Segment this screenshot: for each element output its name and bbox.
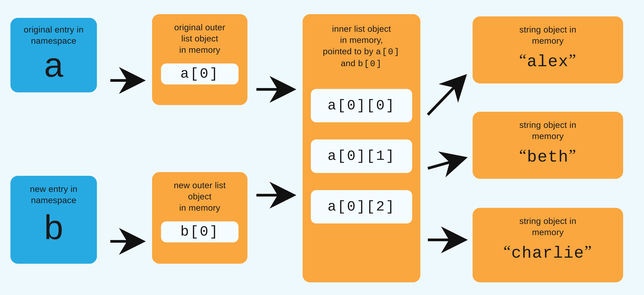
string-beth-box: string object in memory “beth” [472, 112, 623, 179]
outer-list-a-caption-3: in memory [152, 44, 248, 55]
inner-slot-1: a[0][1] [311, 139, 412, 173]
string-charlie-caption-1: string object in [472, 215, 623, 227]
string-alex-text: alex [527, 52, 569, 71]
inner-caption-3-pre: pointed to by [323, 46, 376, 56]
string-charlie-caption-2: memory [472, 227, 623, 238]
namespace-b-var: b [10, 210, 97, 245]
namespace-a-caption: original entry in namespace [10, 24, 97, 46]
string-alex-value: “alex” [472, 51, 623, 71]
string-charlie-text: charlie [511, 244, 584, 263]
string-beth-caption-1: string object in [472, 119, 623, 130]
inner-list-box: inner list object in memory, pointed to … [302, 14, 420, 282]
namespace-a-var: a [10, 48, 97, 82]
string-beth-text: beth [527, 148, 569, 166]
namespace-b-box: new entry in namespace b [10, 176, 97, 264]
open-quote-icon: “ [519, 51, 527, 69]
inner-caption-4: and b[0] [302, 57, 420, 69]
outer-list-b-caption-1: new outer list [152, 180, 248, 191]
close-quote-icon: ” [584, 242, 592, 260]
namespace-b-caption: new entry in namespace [10, 183, 97, 206]
outer-list-b-slot: b[0] [161, 221, 238, 242]
arrow-inner1-to-beth [428, 158, 465, 168]
inner-caption-3-code: a[0] [376, 47, 400, 57]
inner-slot-0: a[0][0] [311, 89, 412, 122]
inner-caption-1: inner list object [302, 23, 420, 34]
outer-list-a-box: original outer list object in memory a[0… [152, 14, 248, 105]
close-quote-icon: ” [569, 51, 576, 69]
outer-list-b-box: new outer list object in memory b[0] [152, 172, 248, 264]
namespace-a-box: original entry in namespace a [10, 18, 97, 92]
close-quote-icon: ” [569, 146, 576, 164]
inner-caption-3: pointed to by a[0] [302, 46, 420, 57]
string-charlie-value: “charlie” [472, 242, 623, 262]
open-quote-icon: “ [504, 242, 511, 260]
outer-list-b-caption-3: in memory [152, 202, 248, 213]
outer-list-a-slot: a[0] [161, 63, 238, 84]
open-quote-icon: “ [519, 146, 527, 164]
string-alex-box: string object in memory “alex” [472, 16, 623, 83]
outer-list-a-caption-2: list object [152, 33, 248, 44]
inner-caption-2: in memory, [302, 34, 420, 45]
arrow-inner0-to-alex [428, 76, 465, 115]
inner-caption-4-code: b[0] [358, 59, 382, 69]
outer-list-b-caption-2: object [152, 191, 248, 202]
string-alex-caption-1: string object in [472, 24, 623, 35]
outer-list-a-caption-1: original outer [152, 21, 248, 33]
string-beth-value: “beth” [472, 146, 623, 166]
string-beth-caption-2: memory [472, 130, 623, 142]
string-alex-caption-2: memory [472, 35, 623, 46]
inner-slot-2: a[0][2] [311, 190, 412, 224]
inner-caption-4-pre: and [341, 58, 358, 68]
string-charlie-box: string object in memory “charlie” [472, 208, 623, 282]
